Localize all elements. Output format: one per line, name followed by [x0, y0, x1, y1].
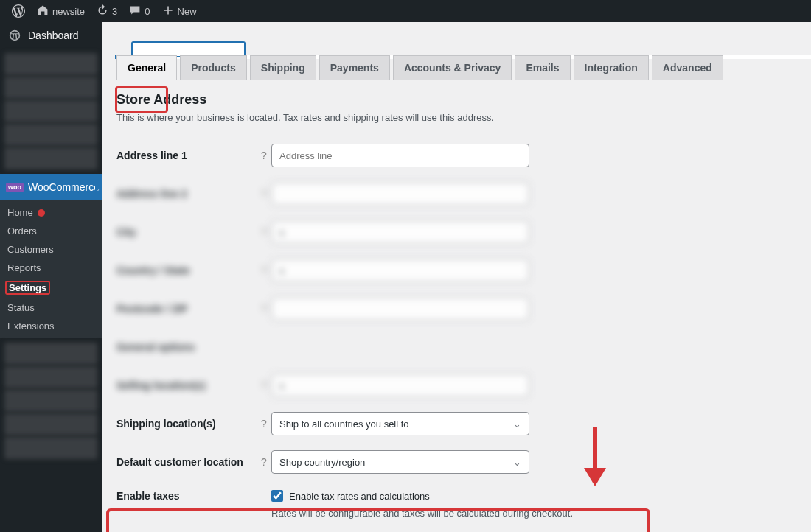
submenu-item-settings[interactable]: Settings [0, 277, 102, 298]
updates-link[interactable]: 3 [91, 0, 123, 22]
tab-shipping[interactable]: Shipping [250, 55, 316, 80]
submenu-label: Orders [7, 225, 37, 237]
submenu-item-orders[interactable]: Orders [0, 222, 102, 240]
sidebar-blurred-group-1 [0, 49, 102, 174]
submenu-label: Settings [9, 282, 46, 293]
tab-accounts[interactable]: Accounts & Privacy [393, 55, 512, 80]
section-desc: This is where your business is located. … [116, 112, 796, 123]
tab-products[interactable]: Products [180, 55, 247, 80]
field-row-address1: Address line 1 ? [116, 136, 796, 175]
tab-advanced[interactable]: Advanced [652, 55, 723, 80]
submenu-item-customers[interactable]: Customers [0, 240, 102, 259]
help-icon[interactable]: ? [257, 456, 271, 468]
submenu-label: Extensions [7, 321, 55, 332]
comments-link[interactable]: 0 [123, 0, 156, 22]
wp-logo[interactable] [6, 0, 31, 22]
help-icon[interactable]: ? [257, 150, 271, 161]
enable-taxes-checkbox-label[interactable]: Enable tax rates and calculations [271, 490, 573, 502]
section-title: Store Address [116, 92, 796, 108]
settings-tabs: General Products Shipping Payments Accou… [116, 55, 796, 80]
sidebar-blurred-group-2 [0, 338, 102, 463]
refresh-icon [97, 4, 108, 18]
field-row-blurred: Postcode / ZIP? [116, 290, 796, 328]
field-row-blurred: Address line 2? [116, 175, 796, 213]
submenu-label: Home [7, 207, 33, 218]
submenu-item-home[interactable]: Home [0, 203, 102, 222]
field-row-blurred: Country / State? [116, 251, 796, 290]
tab-integration[interactable]: Integration [574, 55, 649, 80]
sidebar-item-woocommerce[interactable]: woo WooCommerce [0, 174, 102, 200]
plus-icon [162, 4, 174, 18]
submenu-label: Status [7, 302, 35, 313]
enable-taxes-checkbox[interactable] [271, 490, 283, 502]
highlight-box: Settings [5, 281, 50, 295]
submenu-item-extensions[interactable]: Extensions [0, 317, 102, 335]
field-row-default-location: Default customer location ? Shop country… [116, 443, 796, 481]
updates-count: 3 [112, 6, 117, 17]
tab-payments[interactable]: Payments [319, 55, 390, 80]
comment-icon [129, 4, 141, 18]
field-row-shipping-locations: Shipping location(s) ? Ship to all count… [116, 405, 796, 443]
checkbox-text: Enable tax rates and calculations [289, 491, 430, 502]
default-location-select[interactable]: Shop country/region ⌄ [271, 450, 529, 474]
content-area: General Products Shipping Payments Accou… [102, 22, 811, 532]
field-label: Default customer location [116, 456, 257, 468]
select-value: Shop country/region [279, 457, 365, 468]
help-icon[interactable]: ? [257, 418, 271, 430]
new-link[interactable]: New [156, 0, 203, 22]
site-name: newsite [52, 6, 85, 17]
tab-general[interactable]: General [116, 55, 177, 80]
field-label: Enable taxes [116, 490, 257, 502]
field-row-blurred: General options [116, 328, 796, 366]
field-label: Shipping location(s) [116, 418, 257, 430]
home-icon [37, 4, 49, 18]
comments-count: 0 [145, 6, 150, 17]
field-row-enable-taxes: Enable taxes Enable tax rates and calcul… [116, 481, 796, 519]
shipping-locations-select[interactable]: Ship to all countries you sell to ⌄ [271, 412, 529, 435]
submenu-item-status[interactable]: Status [0, 298, 102, 317]
field-row-blurred: City? [116, 213, 796, 251]
chevron-down-icon: ⌄ [513, 419, 521, 430]
woocommerce-icon: woo [7, 180, 22, 195]
sidebar-item-label: Dashboard [28, 29, 79, 41]
tab-emails[interactable]: Emails [515, 55, 570, 80]
field-row-blurred: Selling location(s)? [116, 366, 796, 405]
submenu-label: Reports [7, 262, 41, 273]
submenu-item-reports[interactable]: Reports [0, 259, 102, 277]
dashboard-icon [7, 28, 22, 43]
woocommerce-submenu: Home Orders Customers Reports Settings S… [0, 200, 102, 338]
enable-taxes-desc: Rates will be configurable and taxes wil… [271, 508, 573, 519]
admin-sidebar: Dashboard woo WooCommerce Home Orders Cu… [0, 22, 102, 532]
sidebar-item-dashboard[interactable]: Dashboard [0, 22, 102, 49]
select-value: Ship to all countries you sell to [279, 419, 409, 430]
field-label: Address line 1 [116, 150, 257, 161]
submenu-label: Customers [7, 244, 54, 255]
sidebar-item-label: WooCommerce [28, 181, 100, 193]
new-label: New [178, 6, 197, 17]
address1-input[interactable] [271, 144, 529, 167]
site-link[interactable]: newsite [31, 0, 91, 22]
admin-bar: newsite 3 0 New [0, 0, 811, 22]
chevron-down-icon: ⌄ [513, 457, 521, 468]
notification-dot [38, 209, 45, 217]
